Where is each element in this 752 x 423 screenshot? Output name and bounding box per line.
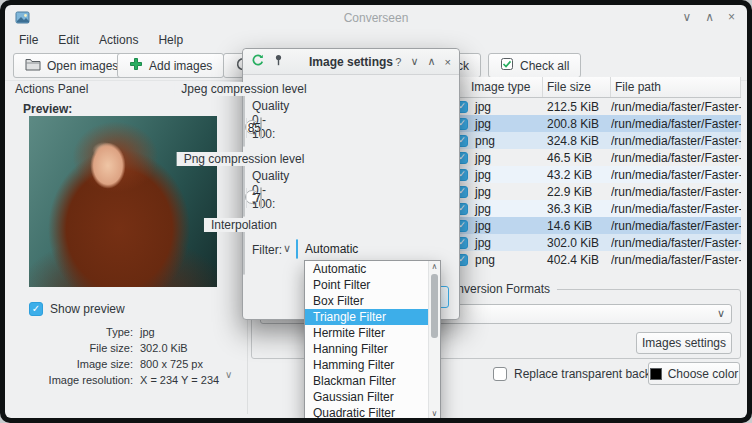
info-filesize-value: 302.0 KiB	[140, 342, 241, 354]
menubar: File Edit Actions Help	[9, 31, 193, 51]
dropdown-scrollbar[interactable]: ∧ ∨	[428, 261, 440, 418]
replace-transparent-checkbox[interactable]	[493, 367, 507, 381]
add-images-button[interactable]: Add images	[117, 53, 224, 78]
add-plus-icon	[129, 57, 143, 74]
show-preview-label: Show preview	[50, 302, 125, 316]
spin-up-icon[interactable]: ▴	[247, 118, 261, 128]
info-type-label: Type:	[15, 326, 133, 338]
png-quality-spinbox[interactable]: 7 ▴ ▾	[260, 187, 262, 209]
actions-panel-title: Actions Panel	[15, 82, 88, 96]
scroll-down-icon[interactable]: ∨	[429, 409, 440, 418]
dropdown-item[interactable]: Point Filter	[305, 277, 440, 293]
scrollbar-thumb[interactable]	[431, 274, 438, 338]
jpeg-quality-spinbox[interactable]: 85 ▴ ▾	[260, 117, 262, 139]
dropdown-item[interactable]: Gaussian Filter	[305, 389, 440, 405]
filter-dropdown-popup: Automatic Point Filter Box Filter Triang…	[304, 260, 441, 418]
filter-combobox[interactable]: Automatic ∨	[296, 239, 298, 259]
dropdown-item[interactable]: Automatic	[305, 261, 440, 277]
menu-file[interactable]: File	[9, 31, 48, 51]
check-all-icon	[500, 57, 514, 74]
png-quality-value: 7	[261, 188, 266, 208]
show-preview-checkbox[interactable]: ✓	[29, 302, 43, 316]
check-all-label: Check all	[520, 59, 569, 73]
jpeg-quality-value: 85	[261, 118, 266, 138]
jpeg-compression-group: Jpeg compression level Quality 0 - 100: …	[243, 89, 245, 147]
jpeg-group-title: Jpeg compression level	[174, 82, 313, 96]
filter-label: Filter:	[252, 243, 282, 257]
show-preview-row: ✓ Show preview	[29, 302, 125, 316]
images-settings-label: Images settings	[642, 336, 726, 350]
pin-icon[interactable]	[273, 54, 284, 69]
open-images-button[interactable]: Open images	[13, 53, 130, 78]
images-settings-button[interactable]: Images settings	[636, 332, 732, 354]
filter-combobox-value: Automatic	[305, 242, 358, 256]
info-resolution-label: Image resolution:	[15, 374, 133, 386]
dialog-shade-button[interactable]: ∨	[410, 55, 418, 68]
dialog-titlebar[interactable]: Image settings ? ∨ ∧ ×	[243, 49, 459, 75]
refresh-icon[interactable]	[251, 54, 264, 70]
scroll-up-icon[interactable]: ∧	[429, 262, 440, 271]
png-group-title: Png compression level	[177, 152, 312, 166]
dropdown-item[interactable]: Box Filter	[305, 293, 440, 309]
interpolation-group-title: Interpolation	[204, 218, 284, 232]
window-frame: Converseen ∨ ∧ × File Edit Actions Help …	[0, 0, 752, 423]
png-compression-group: Png compression level Quality 0 - 100: 7…	[243, 159, 245, 217]
dialog-close-button[interactable]: ×	[445, 56, 451, 68]
open-images-label: Open images	[47, 59, 118, 73]
dropdown-item[interactable]: Quadratic Filter	[305, 405, 440, 418]
spin-down-icon[interactable]: ▾	[247, 198, 261, 208]
interpolation-group: Interpolation Filter: Automatic ∨	[243, 225, 245, 275]
chevron-down-icon: ∨	[283, 242, 291, 255]
close-button[interactable]: ×	[728, 10, 735, 24]
dropdown-item[interactable]: Hamming Filter	[305, 357, 440, 373]
maximize-button[interactable]: ∧	[705, 10, 714, 24]
info-type-value: jpg	[140, 326, 241, 338]
check-all-button[interactable]: Check all	[488, 53, 581, 78]
preview-image	[29, 116, 217, 287]
chevron-down-icon: ∨	[717, 307, 725, 320]
folder-open-icon	[25, 57, 41, 74]
dropdown-item-highlighted[interactable]: Triangle Filter	[305, 309, 440, 325]
check-icon: ✓	[32, 304, 40, 314]
minimize-button[interactable]: ∨	[682, 10, 691, 24]
spin-up-icon[interactable]: ▴	[247, 188, 261, 198]
menu-edit[interactable]: Edit	[48, 31, 89, 51]
panel-scroll-down-icon[interactable]: ∨	[225, 369, 232, 380]
spin-down-icon[interactable]: ▾	[247, 128, 261, 138]
color-swatch	[650, 368, 662, 380]
add-images-label: Add images	[149, 59, 212, 73]
dialog-unshade-button[interactable]: ∧	[428, 55, 436, 68]
window-titlebar[interactable]: Converseen ∨ ∧ ×	[5, 5, 747, 31]
dropdown-item[interactable]: Blackman Filter	[305, 373, 440, 389]
preview-label: Preview:	[23, 102, 72, 116]
dropdown-item[interactable]: Hermite Filter	[305, 325, 440, 341]
menu-help[interactable]: Help	[148, 31, 193, 51]
main-window: Converseen ∨ ∧ × File Edit Actions Help …	[5, 5, 747, 418]
info-imagesize-label: Image size:	[15, 358, 133, 370]
dropdown-item[interactable]: Hanning Filter	[305, 341, 440, 357]
info-filesize-label: File size:	[15, 342, 133, 354]
choose-color-button[interactable]: Choose color	[648, 362, 740, 385]
dialog-help-button[interactable]: ?	[395, 56, 401, 68]
column-header-image-type[interactable]: Image type	[453, 77, 543, 97]
menu-actions[interactable]: Actions	[89, 31, 148, 51]
column-header-file-path[interactable]: File path	[611, 77, 741, 97]
column-header-file-size[interactable]: File size	[543, 77, 611, 97]
window-title: Converseen	[5, 11, 747, 25]
choose-color-label: Choose color	[668, 367, 739, 381]
image-info: Type: jpg File size: 302.0 KiB Image siz…	[15, 326, 241, 386]
